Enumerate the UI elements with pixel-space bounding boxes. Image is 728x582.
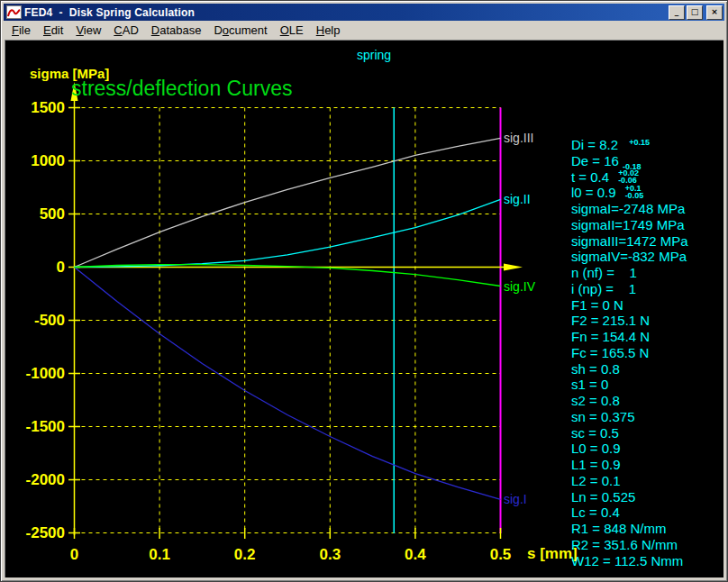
curve-sig.II (75, 199, 501, 267)
maximize-button[interactable]: □ (687, 5, 703, 20)
menu-item-cad[interactable]: CAD (107, 22, 144, 39)
panel-line: R2 = 351.6 N/mm (571, 537, 688, 553)
menu-item-database[interactable]: Database (145, 22, 208, 39)
menu-bar: FileEditViewCADDatabaseDocumentOLEHelp (4, 21, 724, 40)
app-window: FED4 - Disk Spring Calculation _ □ × Fil… (0, 0, 728, 582)
y-tick-label: 500 (20, 205, 65, 223)
panel-line: s1 = 0 (571, 377, 688, 393)
title-bar[interactable]: FED4 - Disk Spring Calculation _ □ × (4, 4, 724, 21)
x-tick-label: 0.5 (474, 546, 528, 564)
curve-label-sig.IV: sig.IV (504, 279, 535, 294)
curve-label-sig.I: sig.I (504, 492, 527, 506)
chart-client-area: spring sigma [MPa] stress/deflection Cur… (5, 40, 723, 577)
y-tick-label: 1500 (20, 99, 65, 117)
panel-line: L2 = 0.1 (571, 473, 688, 489)
panel-line: n (nf) = 1 (571, 265, 688, 281)
curve-sig.I (75, 268, 501, 500)
minimize-button[interactable]: _ (669, 5, 685, 20)
panel-line: sigmaI=-2748 MPa (571, 201, 688, 217)
chart-title: stress/deflection Curves (71, 77, 292, 101)
panel-line: Ln = 0.525 (571, 489, 688, 505)
panel-line: sc = 0.5 (571, 425, 688, 441)
panel-line: t = 0.4+0.02-0.06 (571, 169, 688, 186)
menu-item-view[interactable]: View (69, 22, 107, 39)
x-tick-label: 0.1 (132, 546, 187, 564)
y-tick-label: -500 (20, 312, 65, 330)
y-tick-label: -2000 (20, 471, 65, 489)
window-title: FED4 - Disk Spring Calculation (24, 6, 667, 19)
panel-line: sigmaIV=-832 MPa (571, 249, 688, 265)
x-tick-label: 0.2 (218, 546, 272, 564)
curve-label-sig.III: sig.III (504, 131, 533, 145)
panel-line: F2 = 215.1 N (571, 313, 688, 329)
panel-line: sh = 0.8 (571, 361, 688, 377)
panel-line: Fc = 165.5 N (571, 345, 688, 361)
panel-line: sigmaIII=1472 MPa (571, 233, 688, 250)
panel-line: l0 = 0.9+0.1-0.05 (571, 185, 688, 201)
curve-label-sig.II: sig.II (504, 192, 531, 206)
close-button[interactable]: × (706, 5, 723, 20)
y-tick-label: -1000 (20, 365, 65, 383)
menu-item-document[interactable]: Document (207, 22, 273, 39)
menu-item-edit[interactable]: Edit (37, 22, 69, 39)
tolerance-value: +0.15 (629, 135, 650, 151)
panel-line: F1 = 0 N (571, 297, 688, 314)
results-panel: Di = 8.2+0.15De = 16-0.18t = 0.4+0.02-0.… (571, 137, 688, 568)
menu-item-help[interactable]: Help (310, 22, 347, 39)
x-tick-label: 0.4 (388, 546, 442, 564)
app-icon (6, 5, 22, 19)
y-tick-label: 1000 (20, 152, 65, 170)
curve-sig.III (75, 138, 501, 267)
panel-line: Di = 8.2+0.15 (571, 137, 688, 153)
menu-item-file[interactable]: File (5, 22, 37, 39)
menu-item-ole[interactable]: OLE (274, 22, 310, 39)
y-tick-label: -2500 (20, 524, 65, 542)
chart-subtitle: spring (357, 48, 391, 62)
panel-line: L1 = 0.9 (571, 457, 688, 473)
panel-line: Fn = 154.4 N (571, 329, 688, 345)
panel-line: L0 = 0.9 (571, 441, 688, 457)
panel-line: sigmaII=1749 MPa (571, 217, 688, 233)
panel-line: i (np) = 1 (571, 281, 688, 297)
screen: FED4 - Disk Spring Calculation _ □ × Fil… (0, 0, 728, 582)
x-axis-title: s [mm] (527, 545, 578, 563)
y-tick-label: -1500 (20, 418, 65, 436)
panel-line: sn = 0.375 (571, 409, 688, 425)
panel-line: Lc = 0.4 (571, 505, 688, 521)
x-tick-label: 0 (48, 546, 102, 564)
x-axis-arrow (504, 264, 523, 271)
panel-line: R1 = 848 N/mm (571, 521, 688, 537)
tolerance-value: +0.1-0.05 (625, 185, 644, 199)
panel-line: s2 = 0.8 (571, 393, 688, 409)
panel-line: W12 = 112.5 Nmm (571, 553, 688, 569)
y-tick-label: 0 (20, 259, 65, 277)
tolerance-value: +0.02-0.06 (618, 169, 639, 184)
panel-line: De = 16-0.18 (571, 153, 688, 169)
x-tick-label: 0.3 (303, 546, 357, 564)
